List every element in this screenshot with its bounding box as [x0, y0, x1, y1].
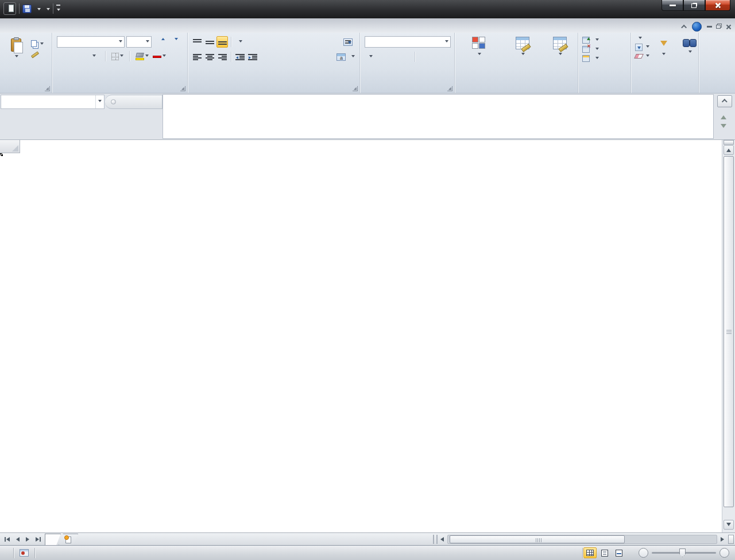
undo-dropdown-arrow[interactable] [37, 8, 41, 12]
orientation-button[interactable] [234, 36, 246, 48]
excel-logo-icon[interactable] [3, 2, 16, 15]
sort-filter-button[interactable] [651, 36, 676, 84]
next-sheet-button[interactable] [23, 535, 32, 544]
name-box[interactable] [1, 95, 105, 109]
fill-button[interactable] [633, 44, 649, 51]
horizontal-split-handle[interactable] [728, 535, 734, 544]
scroll-down-button[interactable] [724, 520, 734, 530]
number-format-combo[interactable] [365, 36, 451, 48]
restore-button[interactable] [683, 0, 705, 11]
format-as-table-button[interactable] [503, 36, 542, 84]
underline-button[interactable] [88, 50, 99, 62]
fill-handle[interactable] [1, 154, 3, 157]
font-name-combo[interactable] [57, 36, 125, 48]
delete-cells-arrow [595, 48, 599, 52]
delete-cells-button[interactable] [581, 46, 628, 53]
sheet-tab-bar [0, 532, 735, 545]
last-sheet-button[interactable] [33, 535, 42, 544]
alignment-dialog-launcher[interactable] [353, 86, 358, 91]
find-select-button[interactable] [677, 36, 702, 84]
paste-button[interactable] [2, 35, 30, 84]
format-cells-button[interactable] [581, 55, 628, 62]
minimize-icon [670, 5, 676, 6]
tab-scrollbar-splitter[interactable] [433, 535, 438, 544]
insert-cells-arrow [595, 38, 599, 42]
bottom-align-button[interactable] [216, 36, 228, 48]
format-painter-icon[interactable] [31, 51, 39, 58]
align-right-button[interactable] [216, 51, 228, 63]
align-center-button[interactable] [204, 51, 215, 63]
fill-color-button[interactable] [136, 50, 149, 62]
percent-style-button[interactable] [381, 51, 392, 63]
zoom-slider-thumb[interactable] [679, 549, 686, 557]
previous-sheet-button[interactable] [13, 535, 22, 544]
borders-icon [111, 53, 119, 60]
number-dialog-launcher[interactable] [447, 86, 452, 91]
workbook-minimize-icon[interactable] [707, 26, 712, 28]
copy-button[interactable] [31, 40, 44, 49]
normal-view-button[interactable] [583, 547, 597, 558]
insert-cells-button[interactable] [581, 37, 628, 44]
wrap-text-button[interactable] [343, 38, 357, 46]
bold-button[interactable] [57, 50, 68, 62]
horizontal-scrollbar[interactable] [447, 535, 717, 544]
accounting-format-button[interactable] [365, 51, 376, 63]
page-break-view-button[interactable] [612, 547, 625, 558]
cell-styles-arrow [559, 53, 562, 57]
save-icon[interactable] [22, 5, 32, 13]
formula-scroll-up-icon[interactable] [721, 112, 726, 119]
conditional-formatting-arrow [478, 53, 481, 57]
scroll-up-button[interactable] [724, 145, 734, 155]
zoom-out-button[interactable] [639, 548, 648, 558]
shrink-font-button[interactable] [167, 36, 178, 48]
vertical-scrollbar[interactable] [722, 140, 735, 532]
vertical-scroll-thumb[interactable] [724, 156, 734, 507]
expand-formula-bar-button[interactable] [717, 95, 732, 107]
select-all-corner[interactable] [0, 140, 20, 153]
name-box-dropdown-arrow[interactable] [98, 100, 102, 104]
sheet-tab-export[interactable] [45, 534, 61, 546]
qat-separator [19, 3, 20, 14]
workbook-close-icon[interactable] [726, 24, 732, 30]
formula-input[interactable] [163, 94, 714, 139]
top-align-button[interactable] [191, 36, 203, 48]
clear-button[interactable] [633, 54, 649, 59]
fill-arrow [646, 45, 649, 49]
first-sheet-button[interactable] [2, 535, 11, 544]
customize-qat-button[interactable] [56, 5, 60, 13]
zoom-slider[interactable] [652, 552, 716, 554]
font-size-combo[interactable] [126, 36, 152, 48]
formula-scroll-down-icon[interactable] [721, 124, 726, 131]
conditional-formatting-button[interactable] [459, 36, 498, 84]
close-button[interactable] [705, 0, 730, 11]
fill-color-icon [136, 53, 144, 60]
italic-button[interactable] [72, 50, 84, 62]
decrease-decimal-button[interactable] [438, 51, 449, 63]
vertical-split-handle[interactable] [724, 140, 734, 145]
minimize-button[interactable] [662, 0, 683, 11]
font-color-button[interactable] [153, 50, 166, 62]
clipboard-dialog-launcher[interactable] [45, 86, 50, 91]
page-layout-view-button[interactable] [598, 547, 611, 558]
help-icon[interactable] [692, 22, 702, 32]
merge-center-button[interactable] [336, 53, 357, 61]
zoom-in-button[interactable] [719, 548, 729, 558]
comma-style-button[interactable] [397, 51, 408, 63]
workbook-restore-icon[interactable] [716, 25, 721, 29]
scroll-left-button[interactable] [438, 535, 446, 544]
borders-button[interactable] [111, 50, 123, 62]
decrease-indent-button[interactable] [234, 51, 246, 63]
horizontal-scroll-thumb[interactable] [450, 535, 625, 543]
insert-worksheet-button[interactable] [59, 534, 78, 546]
increase-indent-button[interactable] [247, 51, 258, 63]
grow-font-button[interactable] [153, 36, 165, 48]
scroll-right-button[interactable] [718, 535, 727, 544]
font-dialog-launcher[interactable] [180, 86, 185, 91]
align-left-button[interactable] [191, 51, 203, 63]
autosum-button[interactable] [633, 37, 649, 41]
increase-decimal-button[interactable] [421, 51, 433, 63]
middle-align-button[interactable] [204, 36, 215, 48]
cell-styles-button[interactable] [547, 36, 573, 84]
find-select-icon [683, 37, 697, 47]
macro-record-icon[interactable] [20, 549, 29, 557]
